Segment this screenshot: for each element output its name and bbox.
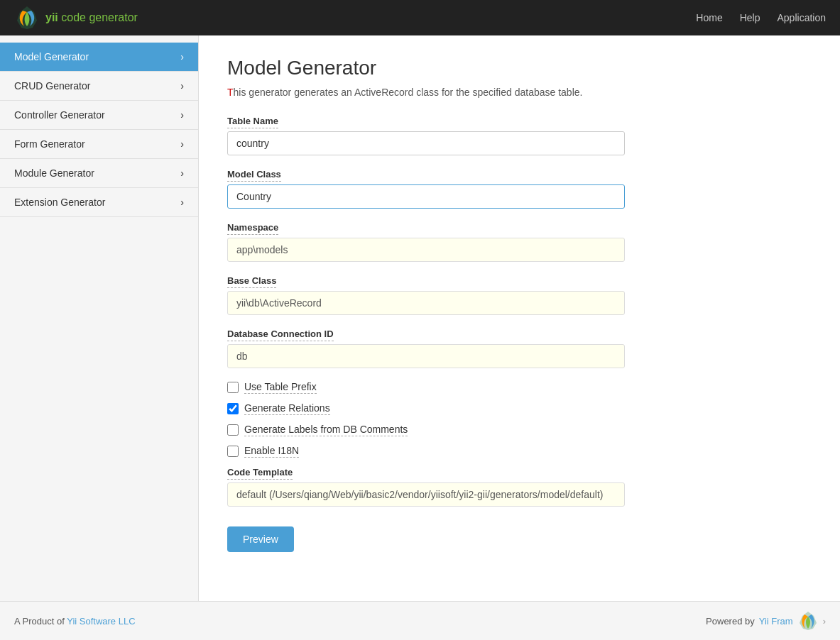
footer-yii-logo-icon — [797, 610, 819, 631]
description-highlight: T — [227, 87, 234, 98]
generate-relations-checkbox[interactable] — [227, 403, 239, 414]
table-name-label: Table Name — [227, 116, 278, 128]
enable-i18n-group: Enable I18N — [227, 445, 812, 458]
code-template-group: Code Template default (/Users/qiang/Web/… — [227, 466, 812, 507]
generate-relations-label[interactable]: Generate Relations — [244, 402, 330, 415]
logo-text: yii code generator — [45, 11, 138, 24]
main-layout: Model Generator › CRUD Generator › Contr… — [0, 35, 840, 601]
preview-button[interactable]: Preview — [227, 526, 294, 552]
sidebar: Model Generator › CRUD Generator › Contr… — [0, 35, 199, 601]
sidebar-item-crud-generator[interactable]: CRUD Generator › — [0, 72, 198, 101]
nav-help-link[interactable]: Help — [740, 12, 760, 23]
model-class-input[interactable] — [227, 184, 625, 209]
sidebar-item-controller-generator-label: Controller Generator — [14, 109, 105, 121]
chevron-right-icon: › — [180, 138, 184, 150]
nav-application-link[interactable]: Application — [778, 12, 827, 23]
model-class-group: Model Class — [227, 168, 812, 209]
generate-labels-checkbox[interactable] — [227, 424, 239, 436]
namespace-label: Namespace — [227, 222, 278, 235]
footer-arrow-icon: › — [823, 616, 826, 627]
nav-home-link[interactable]: Home — [696, 12, 722, 23]
base-class-group: Base Class yii\db\ActiveRecord — [227, 275, 812, 315]
enable-i18n-label[interactable]: Enable I18N — [244, 445, 299, 458]
logo: yii code generator — [14, 5, 138, 31]
base-class-value: yii\db\ActiveRecord — [227, 291, 625, 315]
footer-right-text: Powered by — [706, 616, 755, 627]
footer-right: Powered by Yii Fram › — [706, 610, 826, 631]
sidebar-item-form-generator[interactable]: Form Generator › — [0, 130, 198, 159]
app-header: yii code generator Home Help Application — [0, 0, 840, 35]
generate-labels-label[interactable]: Generate Labels from DB Comments — [244, 424, 408, 436]
footer-yii-framework-link[interactable]: Yii Fram — [759, 616, 793, 627]
generate-relations-group: Generate Relations — [227, 402, 812, 415]
chevron-right-icon: › — [180, 197, 184, 208]
sidebar-item-extension-generator[interactable]: Extension Generator › — [0, 188, 198, 217]
chevron-right-icon: › — [180, 167, 184, 179]
footer-yii-software-link[interactable]: Yii Software LLC — [67, 616, 135, 627]
main-nav: Home Help Application — [696, 12, 826, 23]
use-table-prefix-checkbox[interactable] — [227, 382, 239, 393]
use-table-prefix-label[interactable]: Use Table Prefix — [244, 381, 317, 394]
db-connection-group: Database Connection ID db — [227, 328, 812, 368]
sidebar-item-extension-generator-label: Extension Generator — [14, 197, 105, 208]
db-connection-label: Database Connection ID — [227, 329, 334, 341]
page-description: This generator generates an ActiveRecord… — [227, 87, 812, 98]
model-class-label: Model Class — [227, 169, 281, 182]
description-text: his generator generates an ActiveRecord … — [234, 87, 583, 98]
footer-left-text: A Product of — [14, 616, 67, 627]
enable-i18n-checkbox[interactable] — [227, 446, 239, 457]
sidebar-item-module-generator[interactable]: Module Generator › — [0, 159, 198, 188]
table-name-input[interactable] — [227, 131, 625, 155]
sidebar-item-module-generator-label: Module Generator — [14, 167, 94, 179]
main-content: Model Generator This generator generates… — [199, 35, 840, 601]
footer-left: A Product of Yii Software LLC — [14, 616, 136, 627]
code-template-value: default (/Users/qiang/Web/yii/basic2/ven… — [227, 482, 625, 507]
sidebar-item-model-generator[interactable]: Model Generator › — [0, 43, 198, 72]
use-table-prefix-group: Use Table Prefix — [227, 381, 812, 394]
namespace-value: app\models — [227, 238, 625, 262]
namespace-group: Namespace app\models — [227, 221, 812, 262]
chevron-right-icon: › — [180, 80, 184, 92]
sidebar-item-model-generator-label: Model Generator — [14, 51, 89, 62]
table-name-group: Table Name — [227, 115, 812, 155]
db-connection-value: db — [227, 344, 625, 368]
chevron-right-icon: › — [180, 109, 184, 121]
generate-labels-group: Generate Labels from DB Comments — [227, 424, 812, 436]
app-footer: A Product of Yii Software LLC Powered by… — [0, 601, 840, 640]
sidebar-item-controller-generator[interactable]: Controller Generator › — [0, 101, 198, 130]
page-title: Model Generator — [227, 57, 812, 79]
yii-logo-icon — [14, 5, 40, 31]
sidebar-item-form-generator-label: Form Generator — [14, 138, 85, 150]
sidebar-item-crud-generator-label: CRUD Generator — [14, 80, 90, 92]
code-template-label: Code Template — [227, 467, 293, 480]
base-class-label: Base Class — [227, 275, 276, 288]
chevron-right-icon: › — [180, 51, 184, 62]
